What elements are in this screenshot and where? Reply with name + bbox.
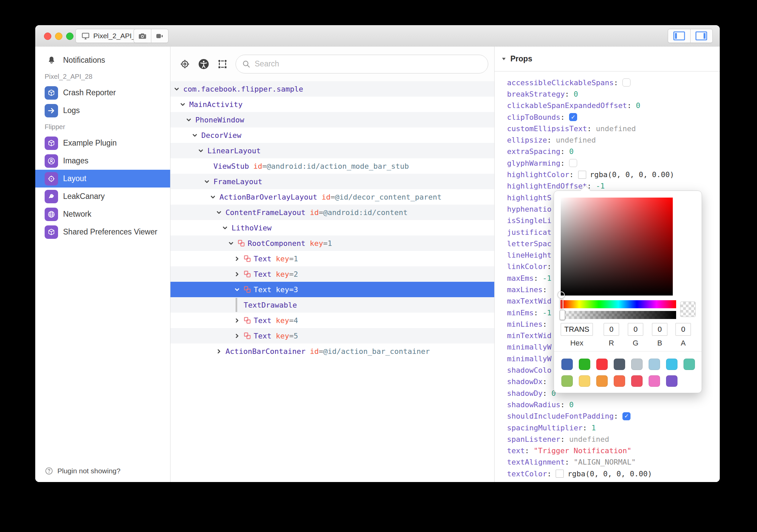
tree-row-com-facebook-flipper-sample[interactable]: com.facebook.flipper.sample xyxy=(170,81,494,97)
alpha-slider-thumb[interactable] xyxy=(560,310,565,320)
sidebar-item-logs[interactable]: Logs xyxy=(35,102,170,119)
green-input[interactable] xyxy=(628,323,643,336)
color-swatch[interactable] xyxy=(556,470,564,478)
tree-row-contentframelayout[interactable]: ContentFrameLayoutid=@android:id/content xyxy=(170,205,494,220)
attr-key: key xyxy=(310,239,323,248)
target-mode-icon[interactable] xyxy=(179,58,191,70)
palette-swatch[interactable] xyxy=(666,359,677,370)
tree-row-textdrawable[interactable]: TextDrawable xyxy=(170,297,494,313)
saturation-brightness-area[interactable] xyxy=(561,198,673,296)
prop-name: shadowDy xyxy=(507,389,543,397)
plugin-help-link[interactable]: Plugin not showing? xyxy=(45,467,120,475)
expander-open-icon[interactable] xyxy=(210,194,219,200)
expander-open-icon[interactable] xyxy=(180,102,189,107)
screenshot-button[interactable] xyxy=(134,29,151,43)
tree-row-text[interactable]: Textkey=3 xyxy=(170,282,494,297)
expander-closed-icon[interactable] xyxy=(234,333,244,339)
palette-swatch[interactable] xyxy=(614,359,625,370)
expander-closed-icon[interactable] xyxy=(234,271,244,277)
sidebar-item-images[interactable]: Images xyxy=(35,152,170,170)
tree-row-text[interactable]: Textkey=4 xyxy=(170,313,494,328)
alpha-slider[interactable] xyxy=(561,311,676,319)
expander-open-icon[interactable] xyxy=(222,225,232,231)
expander-open-icon[interactable] xyxy=(228,241,238,246)
palette-swatch[interactable] xyxy=(579,359,590,370)
tree-row-linearlayout[interactable]: LinearLayout xyxy=(170,143,494,158)
hex-input[interactable] xyxy=(561,323,593,336)
palette-swatch[interactable] xyxy=(579,375,590,387)
toggle-left-sidebar-button[interactable] xyxy=(668,29,690,43)
expander-open-icon[interactable] xyxy=(192,132,201,138)
tree-row-rootcomponent[interactable]: RootComponentkey=1 xyxy=(170,235,494,251)
sidebar-item-crash-reporter[interactable]: Crash Reporter xyxy=(35,84,170,102)
tree-row-text[interactable]: Textkey=5 xyxy=(170,328,494,343)
expander-closed-icon[interactable] xyxy=(234,318,244,323)
palette-swatch[interactable] xyxy=(561,359,573,370)
close-button[interactable] xyxy=(44,33,51,40)
sidebar-item-shared-preferences-viewer[interactable]: Shared Preferences Viewer xyxy=(35,223,170,241)
saturation-cursor[interactable] xyxy=(558,291,565,298)
palette-swatch[interactable] xyxy=(631,359,643,370)
hue-slider[interactable] xyxy=(561,300,676,308)
tree-row-text[interactable]: Textkey=2 xyxy=(170,266,494,282)
prop-name: minimallyW xyxy=(507,343,551,351)
props-header[interactable]: Props xyxy=(495,47,720,71)
toggle-right-sidebar-button[interactable] xyxy=(690,29,713,43)
expander-closed-icon[interactable] xyxy=(216,349,225,354)
tree-row-lithoview[interactable]: LithoView xyxy=(170,220,494,235)
tree-row-framelayout[interactable]: FrameLayout xyxy=(170,174,494,189)
palette-swatch[interactable] xyxy=(596,359,608,370)
blue-input[interactable] xyxy=(652,323,667,336)
prop-colon: : xyxy=(560,401,565,409)
palette-swatch[interactable] xyxy=(684,359,695,370)
sidebar-item-notifications[interactable]: Notifications xyxy=(35,51,170,69)
checkbox-unchecked[interactable] xyxy=(622,78,630,87)
tree-row-text[interactable]: Textkey=1 xyxy=(170,251,494,266)
sidebar-item-network[interactable]: Network xyxy=(35,205,170,223)
palette-swatch[interactable] xyxy=(666,375,677,387)
element-name: ActionBarOverlayLayout xyxy=(219,193,317,201)
sidebar-item-example-plugin[interactable]: Example Plugin xyxy=(35,134,170,152)
tree-row-mainactivity[interactable]: MainActivity xyxy=(170,97,494,112)
select-element-icon[interactable] xyxy=(217,58,228,70)
zoom-button[interactable] xyxy=(66,33,73,40)
sidebar-item-leakcanary[interactable]: LeakCanary xyxy=(35,188,170,205)
palette-swatch[interactable] xyxy=(631,375,643,387)
palette-swatch[interactable] xyxy=(596,375,608,387)
tree-row-viewstub[interactable]: ViewStubid=@android:id/action_mode_bar_s… xyxy=(170,158,494,174)
prop-value: "ALIGN_NORMAL" xyxy=(573,458,636,466)
screen-record-button[interactable] xyxy=(151,29,168,43)
minimize-button[interactable] xyxy=(55,33,62,40)
palette-swatch[interactable] xyxy=(561,375,573,387)
prop-name: maxTextWid xyxy=(507,297,551,305)
props-title: Props xyxy=(510,54,532,63)
tree-row-actionbaroverlaylayout[interactable]: ActionBarOverlayLayoutid=@id/decor_conte… xyxy=(170,189,494,205)
palette-swatch[interactable] xyxy=(614,375,625,387)
expander-open-icon[interactable] xyxy=(198,148,207,154)
tree-row-actionbarcontainer[interactable]: ActionBarContainerid=@id/action_bar_cont… xyxy=(170,343,494,359)
alpha-input[interactable] xyxy=(675,323,691,336)
palette-swatch[interactable] xyxy=(649,359,660,370)
expander-open-icon[interactable] xyxy=(216,210,225,215)
attr-equals: = xyxy=(289,285,294,294)
color-swatch[interactable] xyxy=(578,171,586,179)
tree-row-phonewindow[interactable]: PhoneWindow xyxy=(170,112,494,127)
search-input[interactable] xyxy=(254,59,482,69)
palette-swatch[interactable] xyxy=(649,375,660,387)
checkbox-checked[interactable]: ✓ xyxy=(622,412,630,420)
accessibility-mode-icon[interactable] xyxy=(198,58,209,70)
expander-open-icon[interactable] xyxy=(186,117,195,123)
checkbox-unchecked[interactable] xyxy=(569,159,577,167)
expander-open-icon[interactable] xyxy=(204,179,213,184)
sidebar-item-label: Shared Preferences Viewer xyxy=(63,227,157,236)
tree-row-decorview[interactable]: DecorView xyxy=(170,127,494,143)
hue-slider-thumb[interactable] xyxy=(560,299,563,309)
sidebar-item-layout[interactable]: Layout xyxy=(35,170,170,188)
litho-component-icon xyxy=(244,332,254,339)
red-input[interactable] xyxy=(604,323,619,336)
expander-closed-icon[interactable] xyxy=(234,256,244,262)
expander-open-icon[interactable] xyxy=(174,86,183,92)
expander-open-icon[interactable] xyxy=(234,287,244,292)
checkbox-checked[interactable]: ✓ xyxy=(569,113,577,121)
prop-row-highlightEndOffset: highlightEndOffset:-1 xyxy=(507,180,720,192)
